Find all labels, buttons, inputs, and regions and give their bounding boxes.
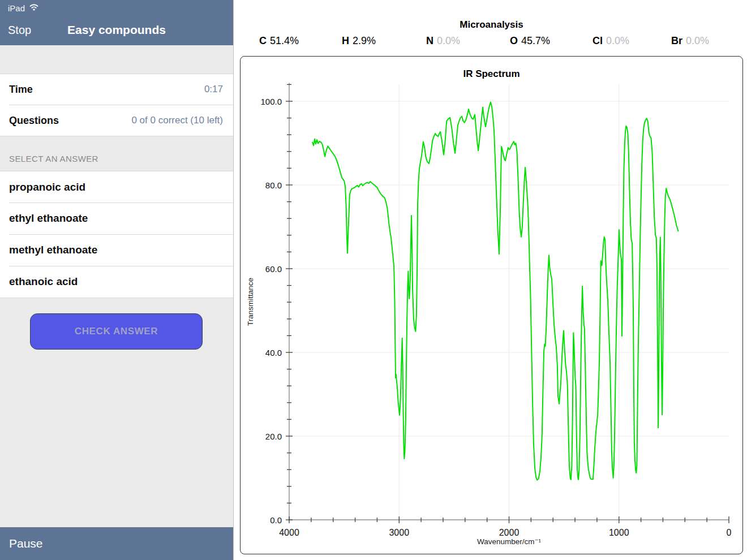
ir-spectrum-panel: IR Spectrum 0.020.040.060.080.0100.04000… — [240, 56, 743, 554]
device-label: iPad — [8, 3, 25, 13]
answer-option-ethyl-ethanoate[interactable]: ethyl ethanoate — [0, 203, 233, 234]
section-header: SELECT AN ANSWER — [9, 154, 98, 163]
svg-text:60.0: 60.0 — [265, 264, 282, 274]
wifi-icon — [29, 3, 39, 13]
divider — [0, 136, 233, 136]
status-bar: iPad — [0, 0, 233, 16]
svg-text:80.0: 80.0 — [265, 180, 282, 190]
sidebar: iPad Stop Easy compounds Time 0:17 Quest… — [0, 0, 234, 560]
time-label: Time — [9, 84, 33, 96]
svg-text:2000: 2000 — [499, 528, 520, 537]
microanalysis-title: Microanalysis — [240, 19, 743, 31]
x-axis-label: Wavenumber/cm⁻¹ — [289, 537, 729, 546]
time-value: 0:17 — [204, 84, 223, 95]
pause-bar: Pause — [0, 527, 233, 560]
divider — [9, 203, 233, 203]
svg-text:3000: 3000 — [389, 528, 409, 537]
microanalysis-carbon: C51.4% — [259, 35, 299, 47]
svg-text:4000: 4000 — [279, 528, 299, 537]
answer-option-propanoic-acid[interactable]: propanoic acid — [0, 171, 233, 203]
svg-text:0.0: 0.0 — [270, 515, 282, 525]
svg-text:1000: 1000 — [609, 528, 629, 537]
questions-label: Questions — [9, 114, 59, 126]
answer-option-ethanoic-acid[interactable]: ethanoic acid — [0, 266, 233, 298]
microanalysis-bromine: Br0.0% — [671, 35, 709, 47]
svg-text:20.0: 20.0 — [265, 432, 282, 441]
svg-text:100.0: 100.0 — [260, 97, 282, 106]
svg-text:0: 0 — [727, 528, 732, 537]
divider — [9, 105, 233, 105]
app-window: iPad Stop Easy compounds Time 0:17 Quest… — [0, 0, 747, 560]
questions-value: 0 of 0 correct (10 left) — [131, 115, 223, 126]
nav-bar: Stop Easy compounds — [0, 16, 233, 45]
microanalysis-chlorine: Cl0.0% — [593, 35, 629, 47]
time-row: Time 0:17 — [0, 74, 233, 105]
check-answer-button[interactable]: CHECK ANSWER — [30, 313, 203, 350]
page-title: Easy compounds — [0, 23, 233, 37]
questions-row: Questions 0 of 0 correct (10 left) — [0, 105, 233, 136]
svg-text:40.0: 40.0 — [265, 348, 282, 357]
ir-spectrum-chart: 0.020.040.060.080.0100.04000300020001000… — [241, 57, 742, 553]
answer-option-methyl-ethanoate[interactable]: methyl ethanoate — [0, 234, 233, 266]
microanalysis-nitrogen: N0.0% — [426, 35, 460, 47]
microanalysis-oxygen: O45.7% — [510, 35, 550, 47]
y-axis-label: Transmittance — [246, 189, 255, 415]
pause-button[interactable]: Pause — [9, 537, 43, 550]
divider — [9, 234, 233, 235]
divider — [0, 298, 233, 298]
divider — [9, 266, 233, 266]
microanalysis-hydrogen: H2.9% — [342, 35, 376, 47]
